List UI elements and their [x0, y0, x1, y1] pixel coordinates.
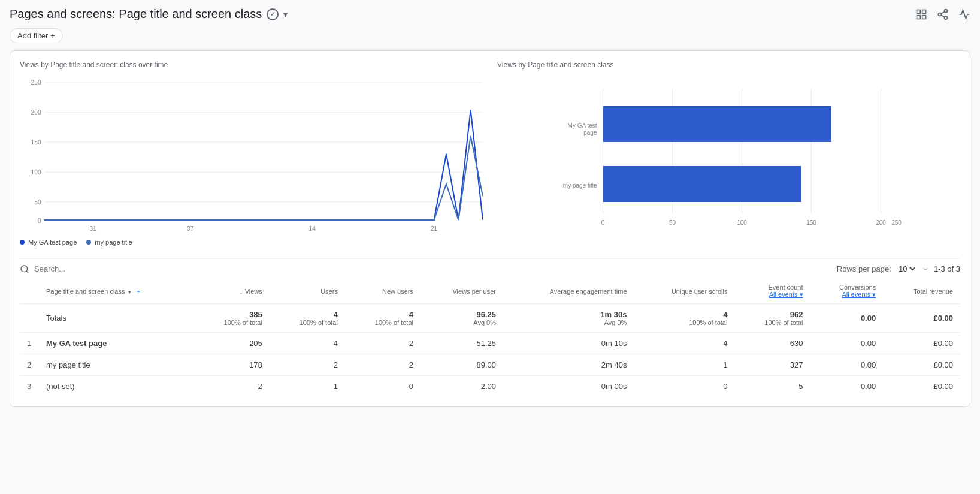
- totals-event-count-cell: 962 100% of total: [734, 304, 810, 333]
- row-vpu-1: 89.00: [421, 354, 503, 376]
- table-row: 1 My GA test page 205 4 2 51.25 0m 10s 4…: [20, 333, 960, 354]
- chart-legend: My GA test page my page title: [20, 239, 483, 246]
- svg-line-7: [941, 15, 945, 17]
- svg-rect-2: [917, 15, 921, 19]
- svg-line-8: [941, 11, 945, 13]
- add-col-icon[interactable]: +: [137, 288, 140, 295]
- col-header-unique-scrolls: Unique user scrolls: [634, 279, 734, 304]
- row-conv-0: 0.00: [810, 333, 884, 354]
- customize-report-icon[interactable]: [915, 8, 927, 20]
- legend-item-ga-test: My GA test page: [20, 239, 77, 246]
- totals-users: 4: [334, 310, 338, 319]
- row-rev-1: £0.00: [883, 354, 960, 376]
- col-label-views-per-user: Views per user: [452, 288, 496, 295]
- col-header-views-per-user: Views per user: [421, 279, 503, 304]
- rows-per-page-label: Rows per page:: [837, 264, 891, 273]
- row-rev-2: £0.00: [883, 376, 960, 397]
- totals-avg-engagement: 1m 30s: [600, 310, 627, 319]
- svg-point-5: [939, 13, 942, 16]
- svg-point-40: [21, 266, 28, 272]
- row-events-0: 630: [734, 333, 810, 354]
- col-header-total-revenue: Total revenue: [883, 279, 960, 304]
- totals-num-cell: [20, 304, 39, 333]
- svg-text:07: 07: [187, 225, 194, 232]
- col-dropdown-icon: ▾: [128, 289, 131, 295]
- row-new-users-1: 2: [345, 354, 421, 376]
- svg-text:0: 0: [38, 218, 41, 224]
- col-header-conversions: Conversions All events ▾: [810, 279, 884, 304]
- svg-rect-1: [922, 10, 926, 13]
- bar-ga-test: [603, 106, 831, 142]
- col-header-users: Users: [270, 279, 345, 304]
- line-chart-section: Views by Page title and screen class ove…: [20, 61, 483, 244]
- row-num-1: 2: [20, 354, 39, 376]
- table-toolbar: Rows per page: 10 25 50 1-3 of 3: [20, 258, 960, 279]
- insights-icon[interactable]: [958, 8, 970, 20]
- header-icons: [915, 8, 970, 20]
- totals-new-users-sub: 100% of total: [352, 319, 413, 326]
- totals-event-count: 962: [790, 310, 803, 319]
- bar-chart-container: 0 50 100 150 200 250 My GA test page my: [497, 76, 960, 244]
- page-header-left: Pages and screens: Page title and screen…: [10, 7, 288, 21]
- svg-point-6: [945, 16, 948, 19]
- col-header-avg-engagement: Average engagement time: [503, 279, 634, 304]
- conversions-filter-link[interactable]: All events ▾: [842, 291, 876, 299]
- row-events-1: 327: [734, 354, 810, 376]
- row-num-2: 3: [20, 376, 39, 397]
- search-box: [20, 264, 154, 274]
- row-num-0: 1: [20, 333, 39, 354]
- col-header-page: [20, 279, 39, 304]
- table-row: 2 my page title 178 2 2 89.00 2m 40s 1 3…: [20, 354, 960, 376]
- bar-my-page: [603, 166, 801, 202]
- row-vpu-2: 2.00: [421, 376, 503, 397]
- totals-views-per-user-cell: 96.25 Avg 0%: [421, 304, 503, 333]
- col-header-page-title[interactable]: Page title and screen class ▾ +: [39, 279, 194, 304]
- svg-text:150: 150: [806, 219, 816, 226]
- svg-text:200: 200: [876, 219, 886, 226]
- event-count-filter-link[interactable]: All events ▾: [769, 291, 803, 299]
- totals-new-users-cell: 4 100% of total: [345, 304, 421, 333]
- col-header-new-users: New users: [345, 279, 421, 304]
- totals-views-sub: 100% of total: [201, 319, 262, 326]
- svg-text:250: 250: [31, 79, 41, 86]
- col-label-total-revenue: Total revenue: [914, 288, 953, 295]
- rows-per-page-select[interactable]: 10 25 50: [896, 264, 917, 274]
- col-label-page-title: Page title and screen class: [46, 288, 125, 295]
- totals-label-cell: Totals: [39, 304, 194, 333]
- totals-unique-scrolls: 4: [723, 310, 727, 319]
- row-scrolls-2: 0: [634, 376, 734, 397]
- col-label-users: Users: [320, 288, 338, 295]
- row-page-1: my page title: [39, 354, 194, 376]
- row-views-1: 178: [194, 354, 270, 376]
- legend-label-my-page: my page title: [95, 239, 132, 246]
- totals-event-count-sub: 100% of total: [742, 319, 803, 326]
- checkmark-icon: ✓: [267, 8, 279, 20]
- row-new-users-0: 2: [345, 333, 421, 354]
- add-filter-button[interactable]: Add filter +: [10, 28, 63, 43]
- row-rev-0: £0.00: [883, 333, 960, 354]
- svg-text:100: 100: [737, 219, 747, 226]
- svg-rect-3: [922, 15, 926, 19]
- totals-views-per-user-sub: Avg 0%: [428, 319, 496, 326]
- pagination-label: 1-3 of 3: [934, 264, 960, 273]
- row-views-2: 2: [194, 376, 270, 397]
- svg-text:14: 14: [309, 225, 316, 232]
- line-chart-container: 250 200 150 100 50 0 31 Jul 07 Aug 14 21: [20, 76, 483, 244]
- totals-row: Totals 385 100% of total 4 100% of total…: [20, 304, 960, 333]
- svg-text:31: 31: [89, 225, 96, 232]
- chevron-down-icon[interactable]: ▾: [283, 10, 288, 19]
- svg-text:50: 50: [669, 219, 676, 226]
- search-input[interactable]: [34, 264, 154, 273]
- col-label-avg-engagement: Average engagement time: [550, 288, 627, 295]
- search-icon: [20, 264, 29, 274]
- svg-text:250: 250: [891, 219, 902, 226]
- page-header: Pages and screens: Page title and screen…: [10, 7, 970, 21]
- legend-dot-my-page: [86, 240, 91, 245]
- row-avg-eng-0: 0m 10s: [503, 333, 634, 354]
- totals-unique-scrolls-cell: 4 100% of total: [634, 304, 734, 333]
- sort-down-icon: ↓: [240, 288, 243, 295]
- row-events-2: 5: [734, 376, 810, 397]
- share-icon[interactable]: [937, 8, 949, 20]
- col-header-views[interactable]: ↓ Views: [194, 279, 270, 304]
- col-label-views: Views: [245, 288, 262, 295]
